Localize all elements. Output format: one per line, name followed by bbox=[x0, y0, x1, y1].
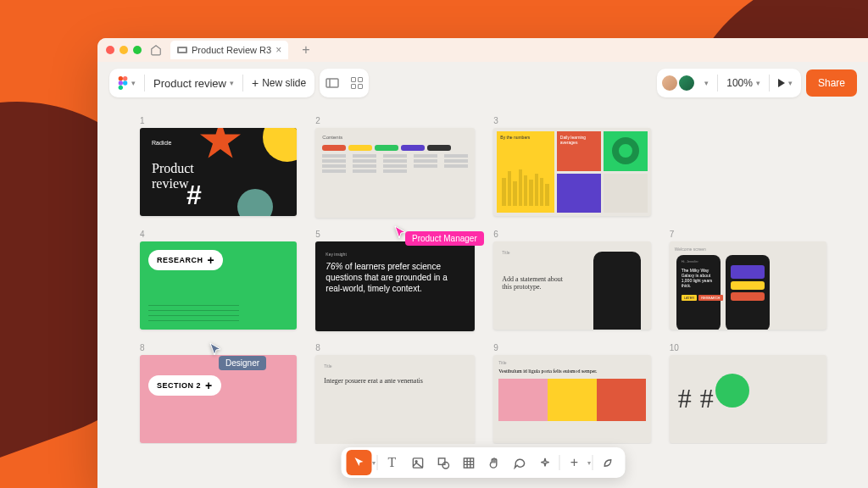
app-window: Product Review R3 × + ▾ Product review ▾… bbox=[97, 38, 868, 488]
add-tool[interactable]: + bbox=[562, 450, 587, 475]
phone-mockup bbox=[726, 255, 770, 330]
tab-title: Product Review R3 bbox=[192, 45, 271, 55]
avatar bbox=[660, 74, 679, 92]
slide-body: 76% of learners prefer science questions… bbox=[326, 261, 465, 294]
home-icon[interactable] bbox=[150, 44, 162, 56]
chevron-down-icon: ▾ bbox=[131, 79, 136, 87]
svg-rect-1 bbox=[179, 48, 186, 52]
select-tool[interactable] bbox=[347, 450, 372, 475]
figma-menu[interactable]: ▾ bbox=[109, 69, 144, 97]
slide-label: Title bbox=[498, 360, 645, 365]
svg-point-4 bbox=[119, 80, 123, 85]
comment-tool[interactable] bbox=[507, 450, 532, 475]
collaborator-label: Designer bbox=[219, 356, 266, 370]
single-slide-view[interactable] bbox=[320, 69, 345, 97]
shape-icon bbox=[437, 457, 449, 469]
slide-thumbnail[interactable]: 9 Title Vestibulum id ligula porta felis… bbox=[493, 343, 650, 445]
blob-icon bbox=[237, 189, 273, 216]
table-icon bbox=[462, 457, 475, 469]
color-swatches bbox=[498, 379, 645, 421]
slide-view-icon bbox=[326, 78, 339, 88]
chevron-down-icon: ▾ bbox=[788, 79, 793, 87]
grid-icon bbox=[351, 77, 363, 89]
chevron-down-icon[interactable]: ▾ bbox=[372, 459, 376, 467]
slide-thumbnail[interactable]: 6 Title Add a statement about this proto… bbox=[493, 230, 650, 331]
plus-icon: + bbox=[570, 455, 578, 470]
sun-icon bbox=[263, 128, 297, 162]
titlebar: Product Review R3 × + bbox=[97, 38, 868, 62]
svg-point-12 bbox=[442, 462, 449, 469]
zoom-dropdown[interactable]: 100% ▾ bbox=[718, 69, 769, 97]
plugin-tool[interactable] bbox=[595, 450, 620, 475]
comment-icon bbox=[513, 457, 526, 469]
text-tool[interactable]: T bbox=[380, 450, 405, 475]
collaborators[interactable]: ▾ bbox=[657, 69, 717, 97]
slide-number: 7 bbox=[670, 230, 826, 239]
tool-dock: ▾ T + ▾ bbox=[342, 447, 626, 478]
share-label: Share bbox=[818, 77, 845, 89]
section-pill: RESEARCH+ bbox=[148, 250, 223, 270]
slide-number: 4 bbox=[140, 230, 297, 239]
slide-body: Integer posuere erat a ante venenatis bbox=[324, 377, 466, 385]
slide-thumbnail[interactable]: 10 # # bbox=[670, 343, 826, 445]
slide-number: 10 bbox=[670, 343, 826, 352]
slide-thumbnail[interactable]: 4 RESEARCH+ bbox=[140, 230, 297, 331]
image-icon bbox=[411, 457, 424, 469]
close-window[interactable] bbox=[106, 46, 114, 54]
close-tab-icon[interactable]: × bbox=[275, 44, 281, 56]
leaf-icon bbox=[601, 457, 614, 469]
collaborator-label: Product Manager bbox=[405, 231, 484, 246]
new-slide-button[interactable]: + New slide bbox=[243, 69, 314, 97]
svg-point-3 bbox=[123, 76, 127, 80]
add-tab-button[interactable]: + bbox=[297, 42, 314, 58]
share-button[interactable]: Share bbox=[806, 69, 857, 97]
text-icon: T bbox=[388, 455, 397, 470]
slide-number: 2 bbox=[315, 116, 475, 125]
circle-icon bbox=[715, 374, 749, 408]
slide-number: 3 bbox=[493, 116, 650, 125]
maximize-window[interactable] bbox=[133, 46, 142, 54]
slide-thumbnail[interactable]: 8 Title Integer posuere erat a ante vene… bbox=[315, 343, 475, 445]
slide-body: Add a statement about this prototype. bbox=[502, 275, 574, 291]
panel-label: Daily learning averages bbox=[560, 135, 586, 145]
phone-mockup: Hi, Jennifer The Milky Way Galaxy is abo… bbox=[676, 255, 721, 330]
grid-view[interactable] bbox=[345, 69, 369, 97]
slide-thumbnail[interactable]: 3 By the numbers Daily learning averages bbox=[493, 116, 650, 218]
plus-icon: + bbox=[205, 379, 213, 392]
avatar bbox=[677, 74, 696, 92]
hand-tool[interactable] bbox=[481, 450, 507, 475]
new-slide-label: New slide bbox=[262, 77, 306, 89]
slide-number: 9 bbox=[493, 343, 650, 352]
slides-icon bbox=[177, 46, 187, 54]
chevron-down-icon: ▾ bbox=[230, 79, 234, 87]
table-tool[interactable] bbox=[456, 450, 481, 475]
chevron-down-icon[interactable]: ▾ bbox=[587, 459, 591, 467]
slide-thumbnail[interactable]: 2 Contents bbox=[315, 116, 475, 218]
svg-point-2 bbox=[119, 76, 123, 80]
chevron-down-icon: ▾ bbox=[704, 79, 709, 87]
chevron-down-icon: ▾ bbox=[756, 79, 760, 87]
hash-icon: # bbox=[700, 383, 714, 414]
slide-canvas[interactable]: 1 # Radicle Product review 2 Contents bbox=[97, 104, 868, 444]
minimize-window[interactable] bbox=[120, 46, 128, 54]
document-tab[interactable]: Product Review R3 × bbox=[170, 41, 288, 59]
svg-point-6 bbox=[119, 86, 123, 90]
shape-tool[interactable] bbox=[431, 450, 456, 475]
document-title-dropdown[interactable]: Product review ▾ bbox=[145, 69, 242, 97]
svg-point-10 bbox=[415, 460, 417, 462]
slide-thumbnail[interactable]: 7 Welcome screen Hi, Jennifer The Milky … bbox=[670, 230, 826, 331]
svg-rect-13 bbox=[464, 458, 473, 467]
ai-tool[interactable] bbox=[532, 450, 558, 475]
slide-body: Vestibulum id ligula porta felis euismod… bbox=[498, 369, 645, 374]
image-tool[interactable] bbox=[405, 450, 431, 475]
traffic-lights bbox=[106, 46, 142, 54]
slide-label: Key insight bbox=[326, 252, 465, 257]
sparkle-icon bbox=[538, 457, 551, 469]
plus-icon: + bbox=[208, 253, 215, 267]
toolbar: ▾ Product review ▾ + New slide bbox=[97, 62, 868, 104]
figma-icon bbox=[118, 76, 128, 90]
slide-number: 8 bbox=[140, 343, 297, 352]
slide-thumbnail[interactable]: 1 # Radicle Product review bbox=[140, 116, 297, 218]
present-button[interactable]: ▾ bbox=[770, 69, 801, 97]
svg-point-5 bbox=[123, 80, 127, 85]
